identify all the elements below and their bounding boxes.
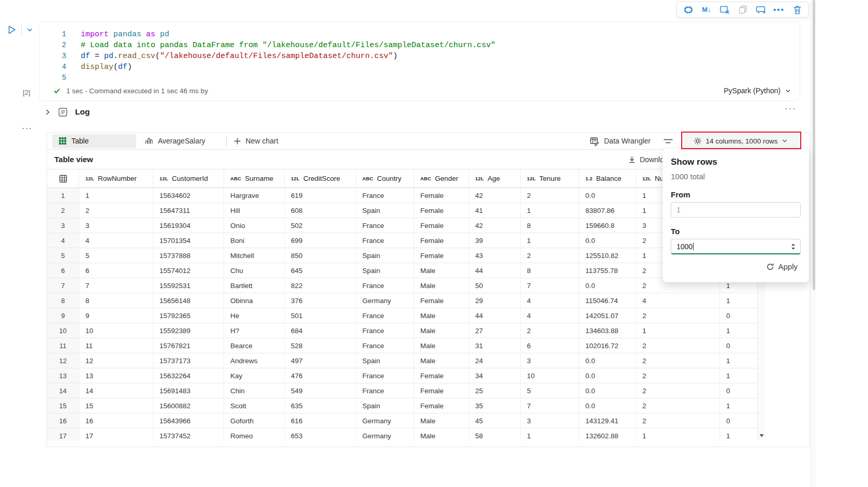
table-cell: 2	[521, 323, 579, 338]
data-wrangler-button[interactable]: Data Wrangler	[590, 136, 651, 146]
header-cell[interactable]: 12LTenure	[521, 169, 579, 188]
table-cell: France	[356, 218, 414, 233]
table-cell: 0.0	[579, 383, 636, 398]
more-actions-icon[interactable]: •••	[772, 3, 786, 17]
number-spinner[interactable]	[790, 239, 796, 253]
table-cell: 7	[79, 278, 153, 293]
delete-cell-icon[interactable]	[790, 3, 804, 17]
tab-averagesalary[interactable]: AverageSalary	[144, 137, 205, 145]
code-line: 2 # Load data into pandas DataFrame from…	[39, 40, 800, 51]
table-cell: Male	[414, 278, 469, 293]
table-cell: 501	[285, 308, 356, 323]
page-scroll-thumb[interactable]	[813, 0, 815, 290]
copilot-icon[interactable]	[682, 3, 695, 17]
data-table: 12LRowNumber12LCustomerIdABCSurname12LCr…	[47, 169, 757, 440]
copy-icon	[736, 3, 749, 17]
page-scrollbar[interactable]	[811, 0, 816, 487]
header-cell[interactable]: ABCCountry	[356, 169, 414, 188]
table-cell: 15647311	[153, 203, 224, 218]
table-cell: 0.0	[579, 353, 636, 368]
from-input[interactable]: 1	[671, 202, 801, 218]
table-cell: 15691483	[153, 383, 224, 398]
table-cell: 0	[720, 383, 757, 398]
header-cell[interactable]: ABCGender	[414, 169, 469, 188]
table-row[interactable]: 131315632264Kay476FranceFemale34100.021	[47, 368, 757, 383]
table-row[interactable]: 171715737452Romeo653GermanyMale581132602…	[47, 428, 757, 440]
table-row[interactable]: 3315619304Onio502FranceFemale428159660.8…	[47, 218, 757, 233]
table-row[interactable]: 1115634602Hargrave619FranceFemale4220.01	[47, 188, 757, 203]
table-cell: 45	[469, 413, 521, 428]
table-cell: Spain	[356, 203, 414, 218]
tab-table-label: Table	[71, 137, 89, 145]
table-cell: 6	[521, 338, 579, 353]
cell-gutter-more-icon[interactable]: ···	[22, 123, 32, 134]
column-type-badge: 12L	[475, 176, 484, 181]
header-cell[interactable]: ABCSurname	[224, 169, 285, 188]
table-cell: Male	[414, 308, 469, 323]
new-chart-button[interactable]: New chart	[233, 137, 278, 145]
table-cell: 2	[636, 383, 720, 398]
table-row[interactable]: 121215737173Andrews497SpainMale2430.021	[47, 353, 757, 368]
table-row[interactable]: 9915792365He501FranceMale444142051.0720	[47, 308, 757, 323]
table-corner-cell[interactable]	[47, 169, 79, 188]
to-input[interactable]: 1000	[671, 239, 801, 254]
scroll-down-icon[interactable]	[758, 432, 766, 440]
divider	[21, 24, 22, 35]
bar-chart-icon	[144, 137, 153, 145]
line-number: 4	[39, 62, 66, 73]
table-cell: Bearce	[224, 338, 285, 353]
tab-table[interactable]: Table	[52, 134, 136, 148]
header-cell[interactable]: 12LRowNumber	[79, 169, 153, 188]
filter-icon[interactable]	[663, 138, 673, 145]
row-index-cell: 8	[47, 293, 79, 308]
table-cell: H?	[224, 323, 285, 338]
code-line: 5	[39, 73, 800, 83]
table-row[interactable]: 4415701354Boni699FranceFemale3910.02	[47, 233, 757, 248]
header-cell[interactable]: 12LAge	[469, 169, 521, 188]
table-cell: 15634602	[153, 188, 224, 203]
add-comment-icon[interactable]	[754, 3, 768, 17]
table-cell: 15592389	[153, 323, 224, 338]
code-cell[interactable]: 1 import pandas as pd 2 # Load data into…	[39, 22, 800, 101]
table-cell: 9	[79, 308, 153, 323]
convert-to-markdown-icon[interactable]: M↓	[700, 3, 713, 17]
table-row[interactable]: 111115767821Bearce528FranceMale316102016…	[47, 338, 757, 353]
table-row[interactable]: 151515600882Scott635SpainFemale3570.021	[47, 398, 757, 413]
run-options-chevron-icon[interactable]	[26, 26, 34, 34]
table-cell: 528	[285, 338, 356, 353]
table-cell: Female	[414, 383, 469, 398]
rows-settings-label: 14 columns, 1000 rows	[706, 137, 778, 145]
kernel-selector[interactable]: PySpark (Python)	[724, 87, 791, 95]
table-row[interactable]: 8815656148Obinna376GermanyFemale29411504…	[47, 293, 757, 308]
header-cell[interactable]: 12LCustomerId	[153, 169, 224, 188]
download-icon	[628, 155, 636, 164]
table-row[interactable]: 5515737888Mitchell850SpainFemale43212551…	[47, 248, 757, 263]
table-row[interactable]: 6615574012Chu645SpainMale448113755.782	[47, 263, 757, 278]
table-cell: 15737452	[153, 428, 224, 440]
table-row[interactable]: 101015592389H?684FranceMale272134603.881…	[47, 323, 757, 338]
table-row[interactable]: 2215647311Hill608SpainFemale41183807.861	[47, 203, 757, 218]
refresh-icon	[766, 263, 774, 271]
table-cell: 4	[636, 293, 720, 308]
table-cell: 0	[720, 338, 757, 353]
table-row[interactable]: 7715592531Bartlett822FranceMale5070.021	[47, 278, 757, 293]
table-cell: France	[356, 368, 414, 383]
run-cell-button[interactable]	[6, 24, 17, 35]
apply-button[interactable]: Apply	[671, 262, 801, 271]
column-label: RowNumber	[98, 175, 137, 182]
table-row[interactable]: 161615643966Goforth616GermanyMale4531431…	[47, 413, 757, 428]
header-cell[interactable]: 12LCreditScore	[285, 169, 356, 188]
table-cell: 4	[521, 293, 579, 308]
log-section-header[interactable]: Log	[45, 105, 90, 119]
rows-settings-button[interactable]: 14 columns, 1000 rows	[682, 134, 800, 149]
table-cell: 44	[469, 308, 521, 323]
table-cell: 2	[636, 398, 720, 413]
output-more-icon[interactable]: ···	[785, 104, 797, 114]
cell-toolbar: M↓ •••	[676, 2, 809, 18]
table-row[interactable]: 141415691483Chin549FranceFemale2550.020	[47, 383, 757, 398]
table-cell: 8	[79, 293, 153, 308]
code-editor[interactable]: 1 import pandas as pd 2 # Load data into…	[39, 22, 800, 83]
table-cell: Female	[414, 233, 469, 248]
clear-output-icon[interactable]	[718, 3, 731, 17]
header-cell[interactable]: 1.2Balance	[579, 169, 636, 188]
